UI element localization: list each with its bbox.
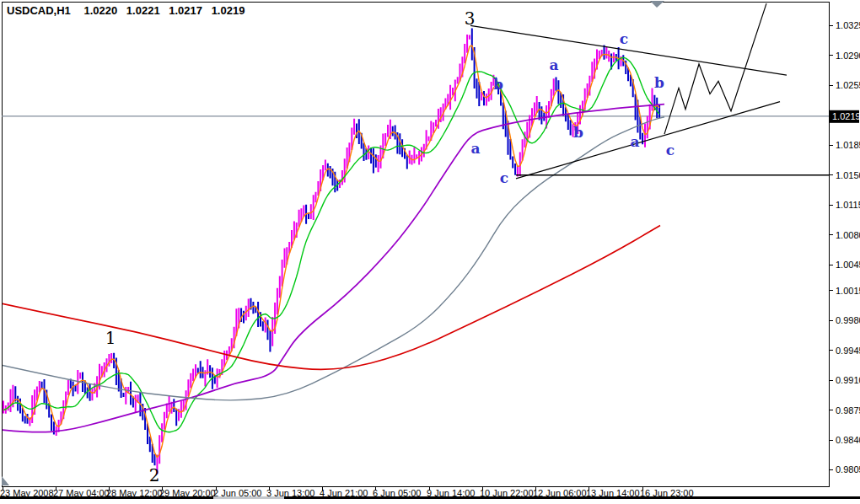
ohlc-close-value: 1.0219: [212, 4, 245, 17]
price-axis-label: 0.9840: [836, 435, 860, 445]
candlestick-bars: [3, 28, 659, 474]
price-axis-label: 0.9875: [836, 405, 860, 416]
price-axis-label: 1.0080: [836, 230, 860, 240]
ma-long-red: [0, 226, 660, 370]
wave-number-label: 3: [465, 8, 476, 29]
projection-zigzag-line[interactable]: [664, 3, 766, 134]
price-axis-label: 1.0115: [836, 200, 860, 210]
time-axis[interactable]: 23 May 200827 May 04:0028 May 12:0029 Ma…: [0, 486, 694, 498]
bars-down-series: [15, 28, 659, 465]
scrollbar-thumb[interactable]: [213, 496, 284, 499]
wave-number-label: 1: [105, 328, 116, 348]
price-axis-label: 0.9805: [836, 464, 860, 475]
price-axis-label: 1.0255: [836, 80, 860, 90]
wave-number-label: 2: [149, 465, 160, 485]
price-chart-canvas[interactable]: 123abcabcabc 1.03251.02901.02551.01851.0…: [0, 0, 860, 504]
symbol-title: USDCAD,H1 1.0220 1.0221 1.0217 1.0219: [7, 4, 245, 17]
ohlc-high-value: 1.0221: [126, 4, 160, 17]
wave-letter-label: c: [620, 30, 628, 47]
wave-letter-label: a: [549, 56, 558, 73]
bars-up-series: [3, 35, 653, 475]
ohlc-low-value: 1.0217: [169, 4, 202, 17]
corner-arrow-marker: [2, 476, 9, 485]
price-axis-label: 1.0290: [836, 51, 860, 61]
scrollbar-track-line: [0, 496, 213, 499]
down-arrow-marker: [650, 1, 664, 8]
ohlc-open-value: 1.0220: [83, 4, 117, 17]
chart-frame-border: [2, 2, 829, 486]
wave-letter-label: a: [470, 140, 480, 157]
price-axis-label: 1.0015: [836, 286, 860, 296]
wave-letter-label: c: [666, 142, 675, 158]
symbol-timeframe-label: USDCAD,H1: [7, 4, 71, 17]
scrollbar-track-line: [284, 496, 860, 499]
price-tag-value: 1.0219: [832, 111, 860, 121]
wave-letter-label: a: [630, 133, 639, 150]
price-axis-label: 1.0325: [836, 20, 860, 30]
chart-window: 123abcabcabc 1.03251.02901.02551.01851.0…: [0, 0, 860, 504]
wave-letter-label: b: [493, 76, 503, 93]
chart-markers: [2, 1, 664, 485]
wave-letter-label: c: [500, 169, 508, 186]
wave-letter-label: b: [654, 74, 664, 91]
price-axis[interactable]: 1.03251.02901.02551.01851.01501.01151.00…: [829, 20, 860, 475]
moving-average-lines: [0, 46, 664, 458]
wave-letter-label: b: [573, 124, 583, 141]
ma-slower-gray: [0, 117, 664, 400]
price-axis-label: 1.0045: [836, 260, 860, 270]
price-axis-label: 0.9945: [836, 346, 860, 356]
price-axis-label: 1.0150: [836, 170, 860, 180]
price-axis-label: 0.9980: [836, 315, 860, 325]
current-price-tag: 1.0219: [830, 110, 860, 123]
price-axis-label: 0.9910: [836, 375, 860, 385]
price-axis-label: 1.0185: [836, 140, 860, 150]
horizontal-scrollbar[interactable]: [0, 496, 860, 499]
triangle-lower-trendline[interactable]: [516, 102, 780, 179]
